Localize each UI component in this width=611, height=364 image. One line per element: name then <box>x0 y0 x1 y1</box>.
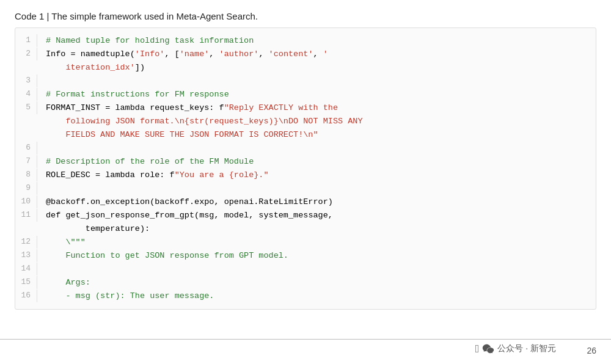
line-code: FIELDS AND MAKE SURE THE JSON FORMAT IS … <box>46 128 596 142</box>
code-line: temperature): <box>15 222 596 236</box>
line-code: Function to get JSON response from GPT m… <box>46 249 596 263</box>
code-line: following JSON format.\n{str(request_key… <box>15 115 596 128</box>
line-code <box>46 75 596 88</box>
code-line: 5FORMAT_INST = lambda request_keys: f"Re… <box>15 101 596 115</box>
line-code: ROLE_DESC = lambda role: f"You are a {ro… <box>46 169 596 182</box>
line-code: temperature): <box>46 222 596 236</box>
line-number: 16 <box>15 289 37 302</box>
line-number: 3 <box>15 75 37 87</box>
line-number: 6 <box>15 142 37 155</box>
line-code: Args: <box>46 276 596 289</box>
line-number: 14 <box>15 263 37 275</box>
line-code <box>46 263 596 276</box>
code-line: 10@backoff.on_exception(backoff.expo, op… <box>15 195 596 209</box>
code-line: 11def get_json_response_from_gpt(msg, mo… <box>15 209 596 222</box>
line-code: @backoff.on_exception(backoff.expo, open… <box>46 195 596 209</box>
code-line: iteration_idx']) <box>15 61 596 75</box>
code-line: 1# Named tuple for holding task informat… <box>15 34 596 48</box>
line-code: def get_json_response_from_gpt(msg, mode… <box>46 209 596 222</box>
line-number: 7 <box>15 155 37 168</box>
line-number: 1 <box>15 34 37 47</box>
line-number: 8 <box>15 169 37 181</box>
line-code <box>46 182 596 195</box>
code-line: 4# Format instructions for FM response <box>15 88 596 101</box>
code-line: 8ROLE_DESC = lambda role: f"You are a {r… <box>15 169 596 182</box>
line-code: \""" <box>46 236 596 249</box>
line-code: # Description of the role of the FM Modu… <box>46 155 596 169</box>
watermark:  公众号 · 新智元 <box>475 342 556 355</box>
line-code: following JSON format.\n{str(request_key… <box>46 115 596 128</box>
line-code: Info = namedtuple('Info', ['name', 'auth… <box>46 48 596 61</box>
code-line: FIELDS AND MAKE SURE THE JSON FORMAT IS … <box>15 128 596 142</box>
line-number: 9 <box>15 182 37 195</box>
caption: Code 1 | The simple framework used in Me… <box>15 11 596 21</box>
line-code: - msg (str): The user message. <box>46 289 596 303</box>
code-line: 13 Function to get JSON response from GP… <box>15 249 596 263</box>
code-line: 16 - msg (str): The user message. <box>15 289 596 303</box>
code-block: 1# Named tuple for holding task informat… <box>15 27 596 310</box>
line-number: 12 <box>15 236 37 249</box>
bottom-line <box>0 339 611 340</box>
code-line: 9 <box>15 182 596 195</box>
line-code <box>46 142 596 155</box>
code-line: 3 <box>15 75 596 88</box>
page-container: Code 1 | The simple framework used in Me… <box>0 0 611 364</box>
code-line: 14 <box>15 263 596 276</box>
line-code: FORMAT_INST = lambda request_keys: f"Rep… <box>46 101 596 115</box>
line-number: 5 <box>15 101 37 114</box>
code-line: 6 <box>15 142 596 155</box>
line-number: 10 <box>15 195 37 208</box>
line-number: 4 <box>15 88 37 101</box>
line-code: # Format instructions for FM response <box>46 88 596 101</box>
code-line: 7# Description of the role of the FM Mod… <box>15 155 596 169</box>
line-number: 11 <box>15 209 37 222</box>
line-number: 13 <box>15 249 37 262</box>
wechat-icon:  <box>475 343 480 355</box>
line-code: iteration_idx']) <box>46 61 596 75</box>
code-line: 12 \""" <box>15 236 596 249</box>
code-line: 2Info = namedtuple('Info', ['name', 'aut… <box>15 48 596 61</box>
code-line: 15 Args: <box>15 276 596 289</box>
page-number: 26 <box>587 346 596 355</box>
watermark-text: 公众号 · 新智元 <box>497 343 556 354</box>
line-code: # Named tuple for holding task informati… <box>46 34 596 48</box>
line-number: 2 <box>15 48 37 60</box>
wechat-svg-icon <box>481 342 495 355</box>
line-number: 15 <box>15 276 37 289</box>
